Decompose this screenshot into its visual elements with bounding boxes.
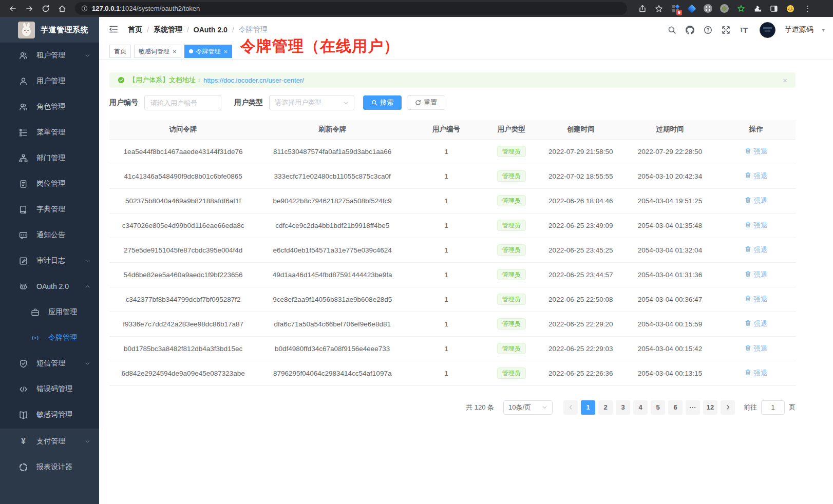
reload-icon[interactable] — [39, 2, 52, 15]
sidebar-item-notice[interactable]: 通知公告 — [0, 222, 99, 248]
alert-close-icon[interactable]: × — [783, 76, 787, 85]
reset-button[interactable]: 重置 — [407, 95, 445, 110]
sidebar-fold-icon[interactable] — [108, 24, 120, 35]
cell-user-type: 管理员 — [485, 164, 538, 188]
extension-diamond-icon[interactable] — [687, 4, 696, 13]
extension-sidepanel-icon[interactable] — [769, 4, 779, 13]
next-page-button[interactable] — [721, 400, 735, 415]
tab-token[interactable]: 令牌管理× — [184, 45, 233, 58]
tab-close-icon[interactable]: × — [173, 48, 177, 55]
github-icon[interactable] — [685, 25, 695, 35]
chevron-down-icon[interactable]: ▾ — [822, 27, 825, 33]
goto-page-input[interactable] — [761, 400, 785, 415]
sidebar-item-dict[interactable]: 字典管理 — [0, 197, 99, 222]
sidebar-item-dept[interactable]: 部门管理 — [0, 145, 99, 171]
cell-access-token: 6d842e2924594de9a09e45e087323abe — [109, 361, 257, 385]
force-logout-button[interactable]: 强退 — [745, 319, 767, 328]
force-logout-button[interactable]: 强退 — [745, 245, 767, 255]
page-button-5[interactable]: 5 — [651, 400, 665, 415]
page-button-1[interactable]: 1 — [581, 400, 595, 415]
share-icon[interactable] — [637, 4, 647, 13]
force-logout-button[interactable]: 强退 — [745, 221, 767, 230]
tab-sensitive-word[interactable]: 敏感词管理× — [134, 45, 181, 58]
profile-emoji-icon[interactable] — [785, 4, 795, 13]
sidebar-item-oauth2-token[interactable]: 令牌管理 — [0, 325, 99, 351]
help-icon[interactable] — [703, 25, 713, 35]
select-chevron-icon — [343, 100, 349, 106]
user-type-select[interactable]: 请选择用户类型 — [269, 95, 354, 110]
table-body: 1ea5e44f8bc1467aaede43144f31de76811c5304… — [109, 139, 796, 385]
breadcrumb: 首页/系统管理/OAuth 2.0/令牌管理 — [128, 25, 268, 34]
user-type-placeholder: 请选择用户类型 — [275, 98, 321, 107]
cell-refresh-token: b0df4980ffd34c67a08f9156e4eee733 — [257, 336, 408, 361]
tab-home[interactable]: 首页 — [109, 45, 131, 58]
force-logout-button[interactable]: 强退 — [745, 344, 767, 353]
breadcrumb-item[interactable]: OAuth 2.0 — [194, 26, 228, 34]
prev-page-button[interactable] — [563, 400, 578, 415]
sidebar-item-label: 租户管理 — [36, 51, 65, 60]
sidebar-item-errcode[interactable]: 错误码管理 — [0, 376, 99, 402]
pagination-total: 共 120 条 — [466, 403, 494, 412]
sidebar-item-menu[interactable]: 菜单管理 — [0, 120, 99, 145]
user-avatar[interactable] — [760, 22, 775, 38]
extension-blocks-icon[interactable]: 9 — [670, 4, 680, 13]
page-button-2[interactable]: 2 — [598, 400, 613, 415]
force-logout-button[interactable]: 强退 — [745, 171, 767, 181]
user-id-input[interactable] — [144, 95, 221, 110]
sidebar-item-user[interactable]: 用户管理 — [0, 68, 99, 94]
bookmark-star-icon[interactable] — [654, 4, 664, 13]
table-column-header: 用户类型 — [485, 120, 538, 139]
user-type-badge: 管理员 — [497, 244, 526, 256]
sidebar-item-sensitive[interactable]: 敏感词管理 — [0, 402, 99, 428]
breadcrumb-item[interactable]: 首页 — [128, 25, 142, 34]
cell-action: 强退 — [716, 262, 796, 287]
force-logout-button[interactable]: 强退 — [745, 147, 767, 156]
sidebar-item-audit[interactable]: 审计日志 — [0, 248, 99, 274]
address-bar[interactable]: 127.0.0.1:1024/system/oauth2/token — [75, 2, 627, 15]
trash-icon — [745, 320, 751, 328]
cell-user-id: 1 — [408, 238, 485, 262]
sidebar-item-pay[interactable]: ¥支付管理 — [0, 429, 99, 454]
extension-star-icon[interactable] — [736, 4, 746, 13]
page-ellipsis-button[interactable]: ··· — [686, 400, 700, 415]
cell-expires-at: 2054-03-04 00:36:47 — [623, 287, 717, 312]
fullscreen-icon[interactable] — [721, 25, 731, 35]
sidebar-item-post[interactable]: 岗位管理 — [0, 171, 99, 197]
tab-close-icon[interactable]: × — [224, 48, 228, 55]
page-button-4[interactable]: 4 — [633, 400, 648, 415]
sidebar-item-tenant[interactable]: 租户管理 — [0, 43, 99, 68]
sidebar-item-sms[interactable]: 短信管理 — [0, 351, 99, 376]
forward-icon[interactable] — [23, 2, 36, 15]
table-row: 41c41346a548490f9dc8b01c6bfe0865333ecfc7… — [109, 164, 796, 188]
search-icon[interactable] — [667, 25, 677, 35]
breadcrumb-item[interactable]: 系统管理 — [154, 25, 182, 34]
site-info-icon[interactable] — [81, 5, 88, 12]
page-button-6[interactable]: 6 — [668, 400, 683, 415]
home-icon[interactable] — [55, 2, 69, 15]
user-name[interactable]: 芋道源码 — [784, 25, 813, 34]
alert-doc-link[interactable]: https://doc.iocoder.cn/user-center/ — [203, 76, 304, 84]
force-logout-button[interactable]: 强退 — [745, 295, 767, 304]
sidebar-item-oauth2-app[interactable]: 应用管理 — [0, 299, 99, 325]
trash-icon — [745, 369, 751, 377]
sms-shield-icon — [19, 359, 28, 368]
page-size-select[interactable]: 10条/页 — [503, 400, 553, 415]
extension-clover-icon[interactable] — [703, 4, 713, 13]
search-button[interactable]: 搜索 — [363, 95, 402, 110]
page-button-12[interactable]: 12 — [703, 400, 717, 415]
page-button-3[interactable]: 3 — [616, 400, 630, 415]
app-logo[interactable]: 芋道管理系统 — [0, 17, 99, 43]
extension-puzzle-icon[interactable] — [752, 4, 762, 13]
sidebar-item-role[interactable]: 角色管理 — [0, 94, 99, 120]
extension-circle-icon[interactable] — [720, 4, 729, 13]
browser-menu-icon[interactable]: ⋮ — [802, 4, 811, 13]
sidebar-item-oauth2[interactable]: OAuth 2.0 — [0, 274, 99, 299]
force-logout-button[interactable]: 强退 — [745, 369, 767, 378]
sidebar-item-report[interactable]: 报表设计器 — [0, 454, 99, 480]
user-icon — [19, 77, 28, 86]
cell-user-id: 1 — [408, 287, 485, 312]
force-logout-button[interactable]: 强退 — [745, 196, 767, 205]
back-icon[interactable] — [6, 2, 20, 15]
font-size-icon[interactable]: TT — [739, 25, 749, 35]
force-logout-button[interactable]: 强退 — [745, 270, 767, 279]
